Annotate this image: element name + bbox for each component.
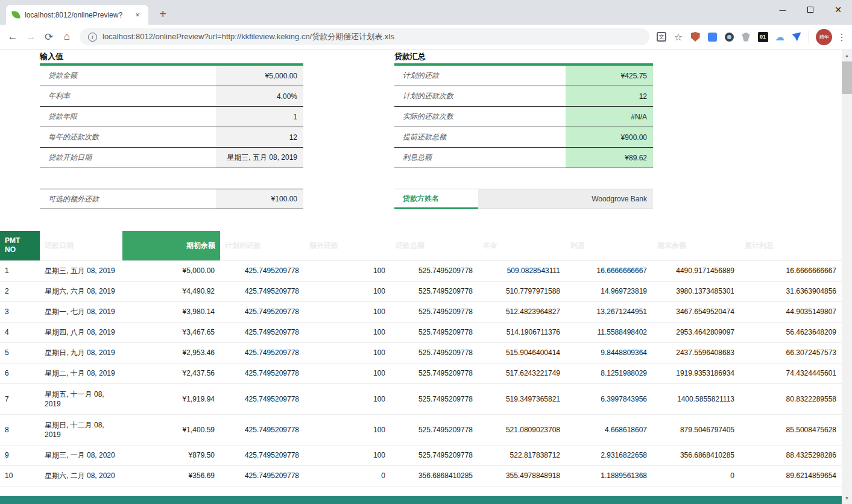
schedule-cell: 425.7495209778 xyxy=(220,342,305,363)
schedule-row: 8星期日, 十二月 08, 2019¥1,400.59425.749520977… xyxy=(0,414,842,445)
schedule-cell: 525.7495209778 xyxy=(391,383,478,414)
summary-row-value: #N/A xyxy=(566,107,653,127)
schedule-cell: 5 xyxy=(0,342,40,363)
summary-row-label: 利息总额 xyxy=(394,148,566,168)
summary-row: 利息总额¥89.62 xyxy=(394,148,653,168)
blue-extension-icon[interactable] xyxy=(704,28,721,45)
lender-label: 贷款方姓名 xyxy=(394,189,478,209)
schedule-cell: 525.7495209778 xyxy=(391,301,478,322)
schedule-header-cell: 期初余额 xyxy=(122,231,220,260)
summary-row-value: ¥89.62 xyxy=(566,148,653,168)
address-bar[interactable]: i localhost:8012/onlinePreview?url=http:… xyxy=(80,28,649,45)
shield-extension-icon[interactable] xyxy=(687,28,704,45)
schedule-cell: 525.7495209778 xyxy=(391,260,478,281)
schedule-cell: 星期日, 九月 08, 2019 xyxy=(40,342,122,363)
schedule-cell: 521.0809023708 xyxy=(478,414,566,445)
schedule-cell: 356.6868410285 xyxy=(652,445,740,465)
tab-title: localhost:8012/onlinePreview? xyxy=(25,11,133,19)
schedule-cell: ¥1,400.59 xyxy=(122,414,220,445)
summary-section-title: 贷款汇总 xyxy=(394,51,426,62)
schedule-header-cell: 累计利息 xyxy=(740,231,842,260)
scroll-up-icon[interactable]: ▲ xyxy=(842,51,852,60)
schedule-cell: 1400.5855821113 xyxy=(652,383,740,414)
schedule-cell: 425.7495209778 xyxy=(220,465,305,486)
schedule-cell: 星期一, 七月 08, 2019 xyxy=(40,301,122,322)
menu-kebab-icon[interactable]: ⋮ xyxy=(835,31,848,43)
bookmark-star-icon[interactable]: ☆ xyxy=(670,28,687,45)
home-button[interactable]: ⌂ xyxy=(58,28,76,46)
schedule-cell: 425.7495209778 xyxy=(220,414,305,445)
swoosh-glyph xyxy=(792,33,801,42)
lender-row: 贷款方姓名 Woodgrove Bank xyxy=(394,189,653,209)
toolbar-divider xyxy=(809,31,809,43)
close-button[interactable]: ✕ xyxy=(824,0,852,19)
sheet-footer-bar xyxy=(0,496,842,504)
schedule-cell: 100 xyxy=(305,342,391,363)
schedule-row: 4星期四, 八月 08, 2019¥3,467.65425.7495209778… xyxy=(0,322,842,342)
input-row-value: 12 xyxy=(216,127,303,147)
translate-glyph: 文 xyxy=(657,32,666,42)
schedule-row: 1星期三, 五月 08, 2019¥5,000.00425.7495209778… xyxy=(0,260,842,281)
new-tab-button[interactable]: + xyxy=(154,6,171,23)
summary-row-label: 计划的还款次数 xyxy=(394,86,566,106)
summary-row-value: ¥425.75 xyxy=(566,66,653,86)
profile-avatar[interactable]: 精华 xyxy=(816,29,832,45)
spreadsheet: 输入值 贷款金额¥5,000.00年利率4.00%贷款年限1每年的还款次数12贷… xyxy=(0,50,842,504)
input-row: 年利率4.00% xyxy=(40,86,303,107)
round-extension-icon[interactable] xyxy=(721,28,737,45)
forward-button[interactable]: → xyxy=(22,28,40,46)
schedule-cell: 510.7797971588 xyxy=(478,281,566,301)
schedule-cell: 425.7495209778 xyxy=(220,383,305,414)
schedule-cell: 16.6666666667 xyxy=(740,260,842,281)
scrollbar-thumb[interactable] xyxy=(842,61,852,94)
toolbar-actions: 文 ☆ 01 ☁ 精华 ⋮ xyxy=(653,28,848,45)
schedule-header-cell: 还款日期 xyxy=(40,231,122,260)
input-row-value: ¥5,000.00 xyxy=(216,66,303,86)
schedule-cell: 2953.4642809097 xyxy=(652,322,740,342)
swoosh-extension-icon[interactable] xyxy=(788,28,805,45)
badge-label: 01 xyxy=(758,32,768,42)
schedule-cell: 522.817838712 xyxy=(478,445,566,465)
input-row-label: 贷款金额 xyxy=(40,66,216,86)
summary-row-label: 计划的还款 xyxy=(394,66,566,86)
schedule-cell: 3 xyxy=(0,301,40,322)
input-row-value: 1 xyxy=(216,107,303,127)
schedule-cell: ¥2,953.46 xyxy=(122,342,220,363)
schedule-cell: 525.7495209778 xyxy=(391,414,478,445)
gray-extension-icon[interactable] xyxy=(737,28,754,45)
schedule-cell: 9.8448809364 xyxy=(566,342,652,363)
schedule-cell: 8 xyxy=(0,414,40,445)
schedule-header-cell: 利息 xyxy=(566,231,652,260)
schedule-cell: 85.5008475628 xyxy=(740,414,842,445)
schedule-cell: 星期二, 十月 08, 2019 xyxy=(40,363,122,383)
reload-button[interactable]: ⟳ xyxy=(40,28,58,46)
extra-payment-row: 可选的额外还款 ¥100.00 xyxy=(40,189,303,209)
scroll-down-icon[interactable]: ▼ xyxy=(842,494,852,503)
schedule-cell: 9 xyxy=(0,445,40,465)
input-section-title: 输入值 xyxy=(40,51,63,62)
tab-close-icon[interactable]: × xyxy=(133,10,142,20)
cloud-extension-icon[interactable]: ☁ xyxy=(771,28,788,45)
minimize-button[interactable]: — xyxy=(769,0,797,19)
translate-icon[interactable]: 文 xyxy=(653,28,670,45)
extra-payment-label: 可选的额外还款 xyxy=(40,189,216,209)
schedule-cell: 星期日, 十二月 08, 2019 xyxy=(40,414,122,445)
schedule-row: 5星期日, 九月 08, 2019¥2,953.46425.7495209778… xyxy=(0,342,842,363)
schedule-cell: 0 xyxy=(652,465,740,486)
page-scrollbar[interactable]: ▲ ▼ xyxy=(842,50,852,504)
schedule-cell: 355.4978848918 xyxy=(478,465,566,486)
page-info-icon[interactable]: i xyxy=(88,33,97,42)
badge-extension-icon[interactable]: 01 xyxy=(754,28,771,45)
schedule-cell: ¥879.50 xyxy=(122,445,220,465)
tab-strip: localhost:8012/onlinePreview? × + — ✕ xyxy=(0,0,852,25)
schedule-cell: 88.4325298286 xyxy=(740,445,842,465)
schedule-header-cell: 本金 xyxy=(478,231,566,260)
schedule-cell: 425.7495209778 xyxy=(220,322,305,342)
maximize-button[interactable] xyxy=(797,0,824,19)
schedule-cell: 100 xyxy=(305,301,391,322)
input-row-label: 贷款开始日期 xyxy=(40,148,216,168)
browser-tab[interactable]: localhost:8012/onlinePreview? × xyxy=(6,5,148,25)
back-button[interactable]: ← xyxy=(4,28,22,46)
schedule-cell: 3467.6549520474 xyxy=(652,301,740,322)
schedule-cell: 1 xyxy=(0,260,40,281)
